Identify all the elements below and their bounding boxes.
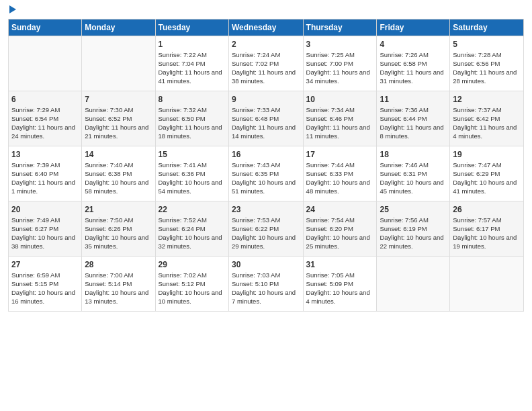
day-number: 5 [453, 39, 521, 50]
day-number: 3 [306, 39, 374, 50]
sunrise-text: Sunrise: 7:43 AM [232, 161, 300, 170]
day-number: 16 [232, 149, 300, 160]
calendar-cell: 14Sunrise: 7:40 AMSunset: 6:38 PMDayligh… [82, 146, 155, 201]
sunrise-text: Sunrise: 7:41 AM [159, 161, 226, 170]
day-number: 19 [453, 149, 521, 160]
sunrise-text: Sunrise: 7:32 AM [159, 106, 226, 115]
sunset-text: Sunset: 6:54 PM [11, 115, 79, 124]
calendar-cell: 30Sunrise: 7:03 AMSunset: 5:10 PMDayligh… [228, 257, 303, 312]
page-container: SundayMondayTuesdayWednesdayThursdayFrid… [0, 0, 532, 317]
sunset-text: Sunset: 6:40 PM [11, 170, 79, 179]
sunset-text: Sunset: 6:33 PM [306, 170, 374, 179]
calendar-cell: 26Sunrise: 7:57 AMSunset: 6:17 PMDayligh… [450, 201, 524, 257]
daylight-text: Daylight: 10 hours and 22 minutes. [380, 234, 447, 251]
sunrise-text: Sunrise: 7:34 AM [306, 106, 374, 115]
daylight-text: Daylight: 10 hours and 38 minutes. [11, 234, 79, 251]
daylight-text: Daylight: 10 hours and 54 minutes. [159, 179, 226, 196]
day-number: 24 [306, 204, 374, 215]
calendar-cell: 23Sunrise: 7:53 AMSunset: 6:22 PMDayligh… [228, 201, 303, 257]
day-number: 25 [380, 204, 447, 215]
sunset-text: Sunset: 5:12 PM [159, 280, 226, 289]
calendar-day-header: Sunday [9, 19, 82, 36]
day-number: 9 [232, 94, 300, 105]
calendar-cell: 29Sunrise: 7:02 AMSunset: 5:12 PMDayligh… [155, 257, 228, 312]
daylight-text: Daylight: 11 hours and 11 minutes. [306, 124, 374, 141]
calendar-week-row: 13Sunrise: 7:39 AMSunset: 6:40 PMDayligh… [9, 146, 524, 201]
calendar-cell: 1Sunrise: 7:22 AMSunset: 7:04 PMDaylight… [155, 36, 228, 91]
sunset-text: Sunset: 6:35 PM [232, 170, 300, 179]
daylight-text: Daylight: 11 hours and 14 minutes. [232, 124, 300, 141]
sunset-text: Sunset: 6:27 PM [11, 225, 79, 234]
calendar-cell: 4Sunrise: 7:26 AMSunset: 6:58 PMDaylight… [377, 36, 450, 91]
sunrise-text: Sunrise: 7:30 AM [85, 106, 152, 115]
calendar-cell: 18Sunrise: 7:46 AMSunset: 6:31 PMDayligh… [377, 146, 450, 201]
sunset-text: Sunset: 6:36 PM [159, 170, 226, 179]
calendar-cell: 19Sunrise: 7:47 AMSunset: 6:29 PMDayligh… [450, 146, 524, 201]
sunrise-text: Sunrise: 7:36 AM [380, 106, 447, 115]
sunset-text: Sunset: 7:00 PM [306, 60, 374, 68]
day-number: 1 [159, 39, 226, 50]
day-number: 4 [380, 39, 447, 50]
day-number: 7 [85, 94, 152, 105]
day-number: 14 [85, 149, 152, 160]
daylight-text: Daylight: 11 hours and 28 minutes. [453, 68, 521, 86]
sunset-text: Sunset: 7:04 PM [159, 60, 226, 68]
sunset-text: Sunset: 6:31 PM [380, 170, 447, 179]
sunrise-text: Sunrise: 7:00 AM [85, 271, 152, 280]
daylight-text: Daylight: 11 hours and 4 minutes. [453, 124, 521, 141]
sunrise-text: Sunrise: 7:28 AM [453, 51, 521, 60]
daylight-text: Daylight: 11 hours and 24 minutes. [11, 124, 79, 141]
sunset-text: Sunset: 7:02 PM [232, 60, 300, 68]
sunrise-text: Sunrise: 7:52 AM [159, 216, 226, 225]
daylight-text: Daylight: 11 hours and 8 minutes. [380, 124, 447, 141]
calendar-cell: 27Sunrise: 6:59 AMSunset: 5:15 PMDayligh… [9, 257, 82, 312]
day-number: 23 [232, 204, 300, 215]
daylight-text: Daylight: 11 hours and 41 minutes. [159, 68, 226, 86]
sunset-text: Sunset: 6:24 PM [159, 225, 226, 234]
day-number: 15 [159, 149, 226, 160]
sunset-text: Sunset: 5:14 PM [85, 280, 152, 289]
calendar-cell: 31Sunrise: 7:05 AMSunset: 5:09 PMDayligh… [303, 257, 377, 312]
calendar-cell [9, 36, 82, 91]
sunset-text: Sunset: 6:38 PM [85, 170, 152, 179]
sunrise-text: Sunrise: 7:26 AM [380, 51, 447, 60]
sunset-text: Sunset: 6:17 PM [453, 225, 521, 234]
daylight-text: Daylight: 10 hours and 58 minutes. [85, 179, 152, 196]
calendar-week-row: 20Sunrise: 7:49 AMSunset: 6:27 PMDayligh… [9, 201, 524, 257]
day-number: 2 [232, 39, 300, 50]
day-number: 28 [85, 259, 152, 270]
day-number: 30 [232, 259, 300, 270]
calendar-cell: 22Sunrise: 7:52 AMSunset: 6:24 PMDayligh… [155, 201, 228, 257]
daylight-text: Daylight: 10 hours and 13 minutes. [85, 289, 152, 306]
header [8, 7, 524, 13]
daylight-text: Daylight: 10 hours and 19 minutes. [453, 234, 521, 251]
calendar-cell [377, 257, 450, 312]
calendar-day-header: Friday [377, 19, 450, 36]
calendar-week-row: 27Sunrise: 6:59 AMSunset: 5:15 PMDayligh… [9, 257, 524, 312]
day-number: 20 [11, 204, 79, 215]
calendar-week-row: 6Sunrise: 7:29 AMSunset: 6:54 PMDaylight… [9, 91, 524, 146]
sunset-text: Sunset: 6:52 PM [85, 115, 152, 124]
calendar-day-header: Thursday [303, 19, 377, 36]
calendar-cell: 12Sunrise: 7:37 AMSunset: 6:42 PMDayligh… [450, 91, 524, 146]
calendar-cell: 17Sunrise: 7:44 AMSunset: 6:33 PMDayligh… [303, 146, 377, 201]
sunrise-text: Sunrise: 7:40 AM [85, 161, 152, 170]
daylight-text: Daylight: 11 hours and 21 minutes. [85, 124, 152, 141]
day-number: 10 [306, 94, 374, 105]
sunset-text: Sunset: 6:46 PM [306, 115, 374, 124]
day-number: 13 [11, 149, 79, 160]
sunrise-text: Sunrise: 7:22 AM [159, 51, 226, 60]
day-number: 31 [306, 259, 374, 270]
day-number: 6 [11, 94, 79, 105]
daylight-text: Daylight: 11 hours and 1 minute. [11, 179, 79, 196]
day-number: 26 [453, 204, 521, 215]
calendar-cell: 24Sunrise: 7:54 AMSunset: 6:20 PMDayligh… [303, 201, 377, 257]
calendar-cell: 13Sunrise: 7:39 AMSunset: 6:40 PMDayligh… [9, 146, 82, 201]
calendar-day-header: Saturday [450, 19, 524, 36]
calendar-cell [82, 36, 155, 91]
calendar-cell: 28Sunrise: 7:00 AMSunset: 5:14 PMDayligh… [82, 257, 155, 312]
sunset-text: Sunset: 6:29 PM [453, 170, 521, 179]
daylight-text: Daylight: 11 hours and 31 minutes. [380, 68, 447, 86]
sunrise-text: Sunrise: 7:02 AM [159, 271, 226, 280]
day-number: 17 [306, 149, 374, 160]
